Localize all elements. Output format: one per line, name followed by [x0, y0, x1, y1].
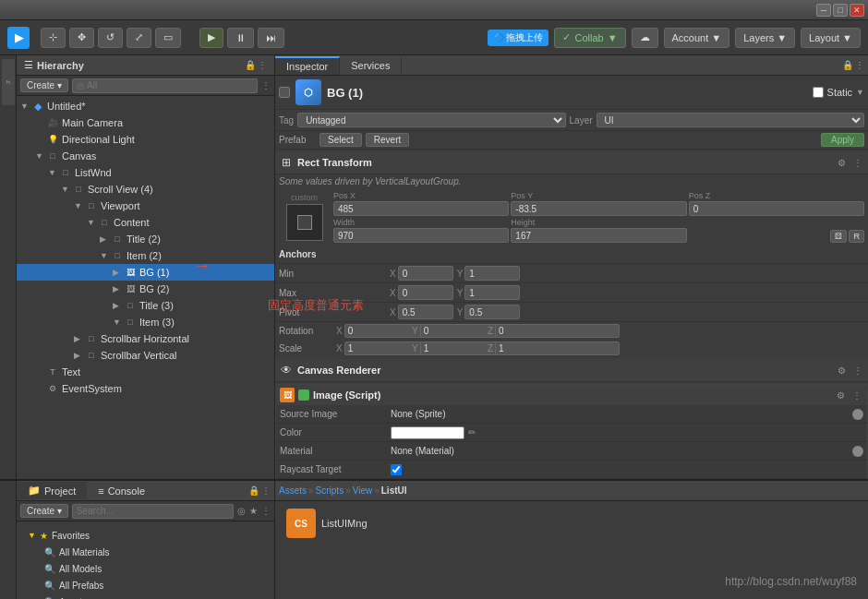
- project-create-button[interactable]: Create ▾: [20, 504, 68, 518]
- scene-tab-v[interactable]: z: [2, 59, 15, 105]
- tree-item-maincamera[interactable]: 🎥 Main Camera: [17, 114, 274, 131]
- menu-icon[interactable]: ⋮: [258, 60, 267, 70]
- collab-button[interactable]: ✓ Collab ▼: [554, 28, 625, 48]
- rect-tool[interactable]: ▭: [155, 28, 181, 48]
- scale-z-input[interactable]: 1: [495, 341, 620, 355]
- tree-item-text[interactable]: T Text: [17, 364, 274, 380]
- inspector-tab[interactable]: Inspector: [275, 56, 340, 75]
- color-edit-icon[interactable]: ✏: [468, 427, 476, 437]
- rt-menu-icon[interactable]: ⋮: [851, 156, 864, 169]
- breadcrumb-view[interactable]: View: [353, 485, 373, 496]
- tree-item-scrollview[interactable]: ▼ □ Scroll View (4): [17, 181, 274, 198]
- anchor-visual[interactable]: [286, 204, 323, 241]
- rotate-tool[interactable]: ↺: [98, 28, 123, 48]
- pivot-x-input[interactable]: 0.5: [398, 305, 453, 319]
- minimize-button[interactable]: ─: [816, 4, 831, 17]
- tree-item-viewport[interactable]: ▼ □ Viewport: [17, 198, 274, 214]
- pivot-y-input[interactable]: 0.5: [464, 305, 520, 319]
- inspector-menu-icon[interactable]: ⋮: [855, 60, 864, 70]
- anchor-max-y-input[interactable]: 1: [464, 285, 520, 300]
- close-button[interactable]: ✕: [850, 4, 864, 17]
- menu-icon-bottom[interactable]: ⋮: [261, 485, 271, 496]
- height-input[interactable]: 167: [511, 228, 686, 243]
- lock-icon-bottom[interactable]: 🔒: [248, 485, 259, 496]
- tree-item-bg1[interactable]: ▶ 🖼 BG (1): [17, 264, 274, 281]
- image-script-active[interactable]: [298, 389, 309, 401]
- all-prefabs-item[interactable]: 🔍 All Prefabs: [20, 577, 271, 593]
- tree-item-content[interactable]: ▼ □ Content: [17, 214, 274, 231]
- tree-item-scrollbar-v[interactable]: ▶ □ Scrollbar Vertical: [17, 347, 274, 364]
- maximize-button[interactable]: □: [833, 4, 848, 17]
- r-button[interactable]: ⚄: [830, 230, 847, 243]
- pos-y-input[interactable]: -83.5: [511, 201, 686, 216]
- play-button[interactable]: ▶: [199, 28, 223, 48]
- object-active-checkbox[interactable]: [279, 87, 290, 98]
- pos-z-input[interactable]: 0: [689, 201, 864, 216]
- is-menu-icon[interactable]: ⋮: [850, 389, 863, 401]
- r-button2[interactable]: R: [849, 230, 864, 243]
- listui-mng-file[interactable]: CS ListUIMng: [279, 505, 864, 542]
- material-picker[interactable]: [852, 446, 863, 457]
- services-tab[interactable]: Services: [340, 57, 402, 74]
- tree-item-canvas[interactable]: ▼ □ Canvas: [17, 148, 274, 164]
- static-dropdown-icon[interactable]: ▼: [856, 88, 864, 97]
- favorites-header[interactable]: ▼ ★ Favorites: [20, 527, 271, 544]
- raycast-checkbox[interactable]: [391, 464, 402, 475]
- tree-item-title3[interactable]: ▶ □ Title (3): [17, 297, 274, 314]
- revert-button[interactable]: Revert: [366, 133, 409, 147]
- rt-settings-icon[interactable]: ⚙: [835, 156, 848, 169]
- layout-button[interactable]: Layout ▼: [801, 28, 861, 48]
- step-button[interactable]: ⏭: [258, 28, 284, 48]
- tree-item-bg2[interactable]: ▶ 🖼 BG (2): [17, 281, 274, 297]
- object-name[interactable]: BG (1): [327, 86, 363, 100]
- tree-item-untitled[interactable]: ▼ ◆ Untitled*: [17, 98, 274, 114]
- source-image-picker[interactable]: [852, 409, 863, 420]
- tag-select[interactable]: Untagged: [297, 113, 565, 127]
- tree-item-scrollbar-h[interactable]: ▶ □ Scrollbar Horizontal: [17, 330, 274, 347]
- tree-item-title2[interactable]: ▶ □ Title (2): [17, 231, 274, 247]
- window-controls[interactable]: ─ □ ✕: [816, 4, 864, 17]
- pos-x-input[interactable]: 485: [333, 201, 509, 216]
- layer-select[interactable]: UI: [597, 113, 864, 127]
- project-menu-icon[interactable]: ⋮: [261, 506, 271, 516]
- pause-button[interactable]: ⏸: [227, 28, 254, 48]
- tree-item-item3[interactable]: ▼ □ Item (3): [17, 314, 274, 330]
- scale-tool[interactable]: ⤢: [127, 28, 151, 48]
- cloud-button[interactable]: ☁: [632, 28, 658, 48]
- breadcrumb-assets[interactable]: Assets: [279, 485, 307, 496]
- apply-button[interactable]: Apply: [821, 133, 864, 147]
- account-button[interactable]: Account ▼: [664, 28, 730, 48]
- cr-menu-icon[interactable]: ⋮: [851, 364, 864, 377]
- tree-item-item2[interactable]: ▼ □ Item (2): [17, 247, 274, 264]
- rot-z-input[interactable]: 0: [495, 324, 620, 338]
- lock-icon[interactable]: 🔒: [245, 60, 256, 70]
- anchor-max-fields: X 0 Y 1: [390, 285, 864, 300]
- layers-dropdown-icon: ▼: [777, 32, 787, 43]
- all-materials-item[interactable]: 🔍 All Materials: [20, 544, 271, 560]
- console-tab[interactable]: ≡ Console: [87, 483, 156, 499]
- hierarchy-create-button[interactable]: Create ▾: [20, 78, 68, 92]
- inspector-lock-icon[interactable]: 🔒: [842, 60, 853, 70]
- hierarchy-search-input[interactable]: [72, 78, 258, 93]
- static-checkbox[interactable]: [813, 87, 824, 98]
- transform-tool[interactable]: ⊹: [41, 28, 66, 48]
- move-tool[interactable]: ✥: [69, 28, 94, 48]
- color-swatch[interactable]: [391, 426, 464, 439]
- anchor-min-y-input[interactable]: 1: [464, 266, 520, 281]
- project-tab[interactable]: 📁 Project: [17, 482, 87, 499]
- tree-item-eventsystem[interactable]: ⚙ EventSystem: [17, 380, 274, 397]
- select-button[interactable]: Select: [319, 133, 362, 147]
- breadcrumb-scripts[interactable]: Scripts: [316, 485, 344, 496]
- tree-item-listwnd[interactable]: ▼ □ ListWnd: [17, 164, 274, 181]
- all-models-item[interactable]: 🔍 All Models: [20, 560, 271, 577]
- is-settings-icon[interactable]: ⚙: [834, 389, 847, 401]
- cr-settings-icon[interactable]: ⚙: [835, 364, 848, 377]
- anchor-max-x-input[interactable]: 0: [398, 285, 453, 300]
- project-search-input[interactable]: [72, 504, 234, 519]
- hierarchy-options-icon[interactable]: ⋮: [261, 80, 271, 90]
- anchor-min-x-input[interactable]: 0: [398, 266, 453, 281]
- tree-item-dirlight[interactable]: 💡 Directional Light: [17, 131, 274, 148]
- width-input[interactable]: 970: [333, 228, 509, 243]
- layers-button[interactable]: Layers ▼: [735, 28, 795, 48]
- assets-item[interactable]: 🔍 Assets: [20, 593, 271, 599]
